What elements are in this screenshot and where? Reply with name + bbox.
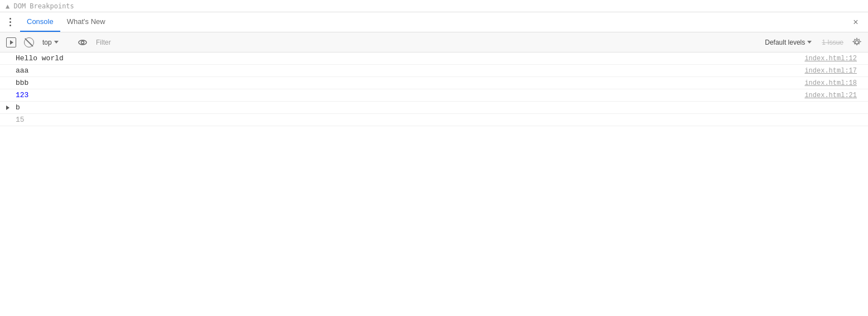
dom-breakpoints-bar: ▲ DOM Breakpoints (0, 0, 868, 12)
entry-link[interactable]: index.html:12 (804, 55, 864, 63)
table-row: Hello world index.html:12 (0, 52, 868, 65)
dom-breakpoints-text: ▲ DOM Breakpoints (6, 2, 74, 10)
entry-link[interactable]: index.html:18 (804, 79, 864, 87)
context-dropdown-arrow (54, 41, 59, 44)
context-label: top (42, 39, 52, 46)
no-entry-icon (24, 37, 34, 47)
log-levels-dropdown[interactable]: Default levels (760, 37, 816, 47)
table-row: 15 (0, 114, 868, 126)
dot1 (9, 18, 11, 20)
entry-text: bbb (16, 79, 804, 87)
entry-text-gray: 15 (16, 116, 864, 124)
live-expressions-button[interactable] (75, 35, 90, 50)
dot3 (9, 25, 11, 26)
table-row: b (0, 102, 868, 114)
entry-text-blue: 123 (16, 91, 804, 99)
svg-point-1 (81, 41, 84, 44)
table-row: bbb index.html:18 (0, 77, 868, 89)
entry-text: aaa (16, 66, 804, 75)
table-row: 123 index.html:21 (0, 89, 868, 102)
tab-bar: Console What's New × (0, 12, 868, 32)
expand-arrow-icon (6, 106, 9, 110)
tab-whats-new[interactable]: What's New (60, 12, 112, 32)
sidebar-label: 1 Issue (822, 39, 843, 46)
devtools-panel: ▲ DOM Breakpoints Console What's New × t… (0, 0, 868, 316)
clear-console-button[interactable] (21, 35, 37, 50)
console-output: Hello world index.html:12 aaa index.html… (0, 52, 868, 316)
expand-button[interactable] (4, 104, 11, 111)
levels-label: Default levels (765, 39, 805, 46)
console-settings-button[interactable] (849, 35, 865, 50)
close-button[interactable]: × (850, 17, 861, 28)
table-row: aaa index.html:17 (0, 65, 868, 77)
tab-menu-button[interactable] (2, 15, 18, 30)
levels-dropdown-arrow (807, 41, 812, 44)
entry-text: Hello world (16, 54, 804, 63)
eye-icon (78, 37, 88, 47)
filter-input[interactable] (93, 36, 758, 49)
dot2 (9, 21, 11, 23)
entry-link[interactable]: index.html:21 (804, 92, 864, 99)
preserve-log-button[interactable] (3, 35, 19, 50)
console-toolbar: top Default levels 1 Issue (0, 32, 868, 52)
sidebar-toggle[interactable]: 1 Issue (818, 37, 847, 47)
entry-text: b (16, 103, 864, 112)
entry-link[interactable]: index.html:17 (804, 67, 864, 75)
context-selector[interactable]: top (39, 37, 73, 47)
play-icon (6, 37, 16, 47)
gear-icon (852, 37, 862, 47)
tab-console[interactable]: Console (20, 12, 60, 32)
